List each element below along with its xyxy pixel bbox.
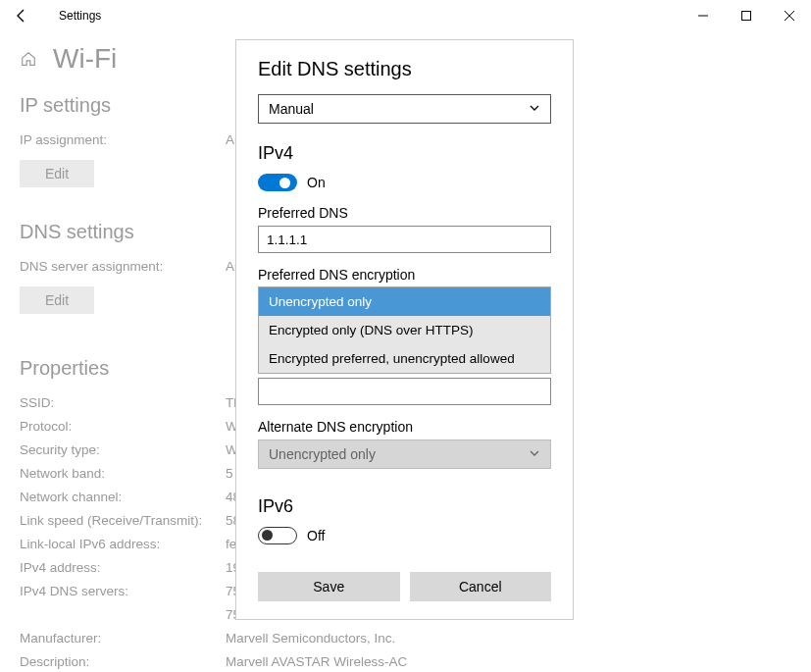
preferred-enc-label: Preferred DNS encryption bbox=[258, 267, 551, 283]
prop-protocol-label: Protocol: bbox=[20, 415, 226, 439]
titlebar: Settings bbox=[0, 0, 811, 31]
prop-desc-label: Description: bbox=[20, 650, 226, 672]
prop-ipv4-label: IPv4 address: bbox=[20, 556, 226, 580]
ipv4-heading: IPv4 bbox=[258, 143, 551, 164]
ip-edit-button[interactable]: Edit bbox=[20, 160, 94, 187]
prop-ssid-label: SSID: bbox=[20, 391, 226, 415]
svg-rect-1 bbox=[742, 12, 751, 21]
prop-security-label: Security type: bbox=[20, 439, 226, 462]
window-title: Settings bbox=[59, 9, 101, 23]
ipv6-toggle-state: Off bbox=[307, 528, 325, 543]
prop-manu-value: Marvell Semiconductors, Inc. bbox=[226, 627, 395, 650]
dialog-title: Edit DNS settings bbox=[258, 58, 551, 80]
prop-band-label: Network band: bbox=[20, 462, 226, 486]
dns-edit-button[interactable]: Edit bbox=[20, 286, 94, 314]
enc-option-encrypted-only[interactable]: Encrypted only (DNS over HTTPS) bbox=[259, 316, 550, 344]
toggle-knob bbox=[279, 178, 290, 188]
prop-ipv4dns-label: IPv4 DNS servers: bbox=[20, 580, 226, 603]
edit-dns-dialog: Edit DNS settings Manual IPv4 On Preferr… bbox=[235, 39, 574, 620]
preferred-enc-dropdown[interactable]: Unencrypted only Encrypted only (DNS ove… bbox=[258, 286, 551, 374]
prop-ipv6ll-label: Link-local IPv6 address: bbox=[20, 533, 226, 556]
window-controls bbox=[682, 0, 811, 31]
enc-option-unencrypted[interactable]: Unencrypted only bbox=[259, 287, 550, 316]
preferred-dns-label: Preferred DNS bbox=[258, 205, 551, 221]
save-button[interactable]: Save bbox=[258, 572, 400, 601]
prop-manu-label: Manufacturer: bbox=[20, 627, 226, 650]
page-title: Wi-Fi bbox=[53, 43, 117, 75]
enc-option-encrypted-preferred[interactable]: Encrypted preferred, unencrypted allowed bbox=[259, 344, 550, 373]
back-button[interactable] bbox=[0, 0, 43, 31]
alternate-dns-input[interactable] bbox=[258, 378, 551, 405]
ip-assignment-label: IP assignment: bbox=[20, 129, 226, 152]
arrow-left-icon bbox=[14, 8, 29, 24]
alternate-enc-value: Unencrypted only bbox=[269, 446, 376, 462]
maximize-button[interactable] bbox=[725, 0, 768, 31]
home-icon bbox=[20, 50, 37, 68]
minimize-icon bbox=[698, 11, 708, 21]
ipv6-heading: IPv6 bbox=[258, 496, 551, 517]
preferred-dns-input[interactable] bbox=[258, 226, 551, 253]
maximize-icon bbox=[741, 11, 751, 21]
ipv4-toggle-row: On bbox=[258, 174, 551, 191]
alternate-enc-select[interactable]: Unencrypted only bbox=[258, 439, 551, 469]
prop-link-label: Link speed (Receive/Transmit): bbox=[20, 509, 226, 533]
cancel-button[interactable]: Cancel bbox=[410, 572, 552, 601]
minimize-button[interactable] bbox=[682, 0, 725, 31]
ipv4-toggle-state: On bbox=[307, 175, 326, 190]
alternate-enc-label: Alternate DNS encryption bbox=[258, 419, 551, 435]
dns-mode-select[interactable]: Manual bbox=[258, 94, 551, 124]
dialog-buttons: Save Cancel bbox=[258, 572, 551, 601]
prop-channel-label: Network channel: bbox=[20, 486, 226, 509]
close-button[interactable] bbox=[768, 0, 811, 31]
ipv6-toggle[interactable] bbox=[258, 527, 297, 544]
ipv6-toggle-row: Off bbox=[258, 527, 551, 544]
dns-assignment-label: DNS server assignment: bbox=[20, 255, 226, 279]
ipv4-toggle[interactable] bbox=[258, 174, 297, 191]
chevron-down-icon bbox=[529, 101, 540, 117]
close-icon bbox=[785, 11, 794, 21]
prop-desc-value: Marvell AVASTAR Wireless-AC bbox=[226, 650, 407, 672]
dns-mode-value: Manual bbox=[269, 101, 314, 117]
chevron-down-icon bbox=[529, 446, 540, 462]
toggle-knob bbox=[262, 530, 273, 541]
